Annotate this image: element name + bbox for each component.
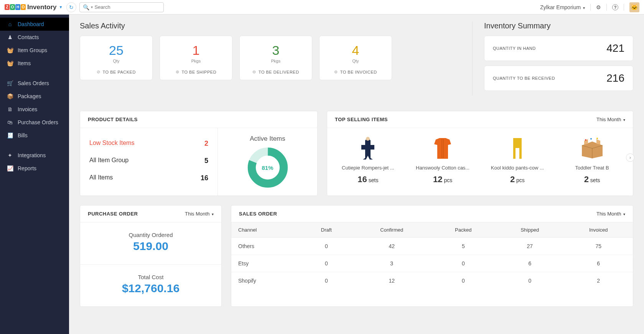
table-cell: Etsy — [231, 255, 300, 272]
sidebar-item-label: Bills — [18, 132, 28, 138]
table-row[interactable]: Etsy03066 — [231, 255, 633, 272]
top-selling-item[interactable]: Cutiepie Rompers-jet ...16 sets — [331, 133, 405, 184]
activity-label: ⊜TO BE INVOICED — [323, 69, 388, 74]
activity-card[interactable]: 3Pkgs⊖TO BE DELIVERED — [239, 36, 312, 80]
sidebar-item-purchase-orders[interactable]: 🛍Purchase Orders — [0, 116, 69, 129]
sidebar-item-bills[interactable]: 🧾Bills — [0, 129, 69, 142]
history-icon: ↻ — [69, 4, 74, 10]
chevron-down-icon: ▾ — [212, 212, 214, 216]
org-switcher[interactable]: Zylkar Emporium ▾ — [540, 4, 585, 10]
table-cell: 0 — [431, 272, 496, 290]
top-selling-item[interactable]: Kool kiddo pants-cow ...2 pcs — [481, 133, 555, 184]
sidebar-item-item-groups[interactable]: 🧺Item Groups — [0, 44, 69, 57]
sidebar-item-label: Items — [18, 60, 31, 66]
search-icon: 🔍 — [83, 4, 89, 10]
sales-order-table: ChannelDraftConfirmedPackedShippedInvoic… — [231, 222, 633, 289]
gear-icon[interactable]: ⚙ — [596, 4, 601, 10]
product-image-icon — [333, 135, 403, 162]
chevron-right-icon: › — [629, 155, 631, 160]
chevron-down-icon: ▾ — [623, 118, 625, 122]
table-cell: Shopify — [231, 272, 300, 290]
sidebar-item-contacts[interactable]: ♟Contacts — [0, 31, 69, 44]
sales-order-panel: SALES ORDER This Month ▾ ChannelDraftCon… — [231, 205, 633, 307]
sidebar-item-label: Item Groups — [18, 47, 47, 53]
activity-value: 4 — [323, 43, 388, 58]
product-image-icon — [483, 135, 552, 162]
sidebar-item-dashboard[interactable]: ⌂Dashboard — [0, 18, 69, 31]
pd-value: 5 — [204, 157, 208, 165]
pd-value: 16 — [201, 174, 208, 182]
period-selector[interactable]: This Month ▾ — [596, 211, 625, 217]
period-selector[interactable]: This Month ▾ — [185, 211, 214, 217]
inventory-value: 421 — [606, 42, 624, 54]
table-cell: 12 — [352, 272, 431, 290]
receipt-icon: 🧾 — [7, 132, 13, 138]
sidebar-item-label: Purchase Orders — [18, 119, 58, 125]
sidebar-item-items[interactable]: 🧺Items — [0, 57, 69, 70]
app-logo[interactable]: ZOHO Inventory ▼ — [5, 3, 63, 11]
check-circle-icon: ⊘ — [97, 69, 100, 74]
divider — [606, 4, 607, 11]
sidebar-item-invoices[interactable]: 🗎Invoices — [0, 103, 69, 116]
purchase-order-panel: PURCHASE ORDER This Month ▾ Quantity Ord… — [80, 205, 222, 307]
inventory-summary-section: Inventory Summary QUANTITY IN HAND421QUA… — [472, 21, 633, 95]
dash-circle-icon: ⊖ — [252, 69, 256, 74]
divider — [624, 4, 624, 11]
box-icon: 📦 — [7, 93, 13, 99]
inventory-label: QUANTITY IN HAND — [493, 46, 536, 51]
table-row[interactable]: Others04252775 — [231, 238, 633, 255]
panel-title: SALES ORDER — [239, 211, 277, 217]
sidebar-item-integrations[interactable]: ✦Integrations — [0, 149, 69, 162]
sidebar-item-packages[interactable]: 📦Packages — [0, 90, 69, 103]
sidebar-item-label: Contacts — [18, 34, 39, 40]
pd-value: 2 — [204, 140, 208, 148]
recent-history-button[interactable]: ↻ — [66, 2, 76, 12]
product-qty: 12 pcs — [408, 174, 478, 184]
table-cell: 2 — [564, 272, 633, 290]
sidebar-item-label: Reports — [18, 165, 36, 171]
product-name: Cutiepie Rompers-jet ... — [333, 165, 403, 171]
table-cell: 0 — [300, 238, 353, 255]
bag-icon: 🛍 — [7, 119, 13, 125]
sidebar-item-sales-orders[interactable]: 🛒Sales Orders — [0, 77, 69, 90]
product-name: Kool kiddo pants-cow ... — [483, 165, 552, 171]
activity-unit: Pkgs — [164, 59, 228, 63]
period-selector[interactable]: This Month ▾ — [596, 117, 625, 122]
activity-value: 1 — [164, 43, 228, 58]
activity-card[interactable]: 1Pkgs⊛TO BE SHIPPED — [160, 36, 232, 80]
file-icon: 🗎 — [7, 106, 13, 112]
plug-icon: ✦ — [7, 152, 13, 158]
table-cell: 0 — [300, 272, 353, 290]
top-selling-item[interactable]: Toddler Treat B2 sets — [555, 133, 629, 184]
avatar[interactable]: 🐱 — [629, 2, 639, 12]
activity-card[interactable]: 25Qty⊘TO BE PACKED — [80, 36, 153, 80]
table-cell: 5 — [431, 238, 496, 255]
product-detail-row[interactable]: All Items16 — [89, 169, 208, 187]
sidebar-item-reports[interactable]: 📈Reports — [0, 162, 69, 175]
product-detail-row[interactable]: Low Stock Items2 — [89, 135, 208, 152]
table-cell: 6 — [564, 255, 633, 272]
table-cell: 3 — [352, 255, 431, 272]
pd-label: Low Stock Items — [89, 140, 134, 148]
next-button[interactable]: › — [626, 153, 634, 162]
table-row[interactable]: Shopify012002 — [231, 272, 633, 290]
activity-unit: Qty — [323, 59, 388, 63]
sidebar-item-label: Packages — [18, 93, 41, 99]
top-selling-item[interactable]: Hanswooly Cotton cas...12 pcs — [406, 133, 480, 184]
chart-icon: 📈 — [7, 165, 13, 171]
table-header: Invoiced — [564, 222, 633, 238]
search-input[interactable] — [94, 4, 160, 10]
activity-card[interactable]: 4Qty⊜TO BE INVOICED — [319, 36, 392, 80]
inventory-label: QUANTITY TO BE RECEIVED — [493, 76, 555, 81]
product-image-icon — [557, 135, 627, 162]
panel-title: PRODUCT DETAILS — [88, 117, 138, 122]
help-icon[interactable]: ? — [612, 4, 618, 10]
product-details-panel: PRODUCT DETAILS Low Stock Items2All Item… — [80, 111, 318, 196]
product-detail-row[interactable]: All Item Group5 — [89, 152, 208, 169]
divider — [590, 4, 591, 11]
table-header: Packed — [431, 222, 496, 238]
chevron-down-icon[interactable]: ▾ — [91, 5, 93, 9]
panel-title: PURCHASE ORDER — [88, 211, 138, 217]
inventory-row: QUANTITY TO BE RECEIVED216 — [484, 66, 633, 91]
table-cell: 27 — [496, 238, 564, 255]
